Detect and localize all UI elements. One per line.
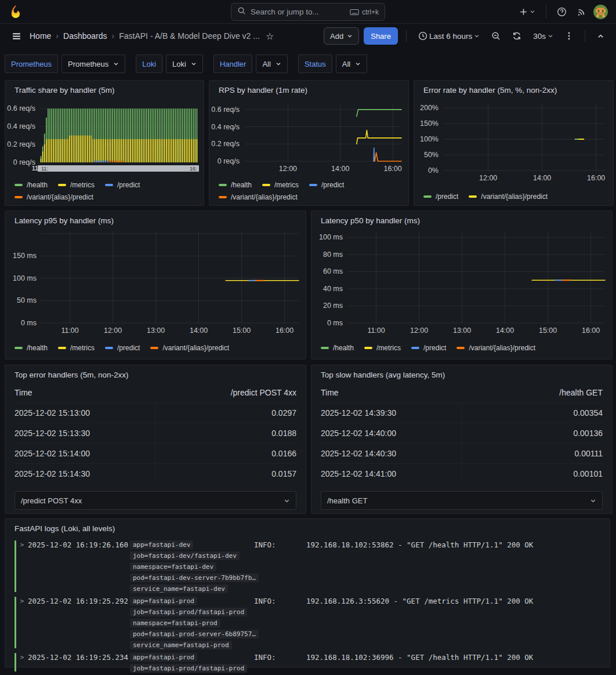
legend-item[interactable]: /predict — [309, 181, 344, 189]
legend-item[interactable]: /metrics — [262, 181, 299, 189]
clock-icon — [418, 31, 427, 41]
log-row: >2025-12-02 16:19:25.292app=fastapi-prod… — [15, 594, 600, 651]
refresh-interval-picker[interactable]: 30s — [530, 29, 557, 43]
table-cell-value: 0.00136 — [462, 423, 603, 443]
top-slow-table: Time/health GET2025-12-02 14:39:300.0035… — [321, 382, 603, 484]
legend-item[interactable]: /health — [321, 344, 354, 352]
mega-menu-button[interactable] — [8, 28, 25, 44]
favorite-star-icon[interactable]: ☆ — [266, 31, 274, 42]
rss-icon — [577, 7, 586, 16]
help-button[interactable] — [553, 4, 570, 20]
panel-title[interactable]: Traffic share by handler (5m) — [5, 81, 204, 96]
table-header-value[interactable]: /health GET — [462, 388, 603, 397]
legend-item[interactable]: /health — [15, 344, 48, 352]
table-header-time[interactable]: Time — [321, 388, 462, 397]
legend-swatch-icon — [105, 347, 113, 349]
legend-swatch-icon — [15, 196, 23, 198]
variable-label-status: Status — [298, 55, 332, 73]
svg-text:200%: 200% — [420, 104, 439, 112]
legend-item[interactable]: /health — [15, 181, 48, 189]
panel-error-rate: Error rate by handler (5m, %, non-2xx) 2… — [414, 80, 614, 206]
log-expand-icon[interactable]: > — [16, 541, 28, 549]
table-cell-time: 2025-12-02 14:40:00 — [321, 423, 462, 443]
error-rate-chart: 200%150%100%50%0%12:0014:0016:00 — [415, 96, 612, 189]
log-label-chip: namespace=fastapi-prod — [130, 619, 220, 627]
log-timestamp: 2025-12-02 16:19:26.160 — [28, 540, 130, 549]
legend-item[interactable]: /metrics — [58, 181, 95, 189]
svg-text:11:00: 11:00 — [61, 326, 78, 335]
log-row: >2025-12-02 16:19:25.234app=fastapi-prod… — [15, 651, 600, 674]
search-shortcut: ctrl+k — [350, 8, 379, 16]
panel-title[interactable]: FastAPI logs (Loki, all levels) — [5, 519, 610, 535]
variable-select-handler[interactable]: All — [256, 55, 287, 73]
legend-item[interactable]: /predict — [411, 344, 446, 352]
new-create-button[interactable] — [516, 5, 539, 19]
panel-title[interactable]: Latency p95 by handler (ms) — [5, 211, 306, 227]
legend-item[interactable]: /variant/{alias}/predict — [15, 193, 93, 201]
panel-title[interactable]: Error rate by handler (5m, %, non-2xx) — [414, 81, 613, 96]
table-row: 2025-12-02 15:14:300.0157 — [15, 463, 296, 484]
hamburger-icon — [12, 31, 21, 41]
breadcrumb-current-dashboard[interactable]: FastAPI - A/B & Model Deep Dive v2 ... — [119, 31, 260, 41]
chevron-up-icon — [597, 32, 604, 40]
breadcrumb-dashboards[interactable]: Dashboards — [63, 31, 107, 41]
panel-title[interactable]: Latency p50 by handler (ms) — [311, 211, 612, 227]
more-options-button[interactable] — [561, 28, 577, 43]
toolbar-divider — [406, 30, 407, 42]
breadcrumb-home[interactable]: Home — [30, 31, 51, 41]
panel-title[interactable]: Top slow handlers (avg latency, 5m) — [311, 365, 612, 381]
rps-chart: 0.6 req/s0.4 req/s0.2 req/s0 req/s12:001… — [211, 96, 407, 177]
legend-item[interactable]: /predict — [423, 193, 458, 201]
grafana-logo-icon[interactable] — [8, 4, 24, 20]
log-expand-icon[interactable]: > — [16, 654, 28, 661]
zoom-out-button[interactable] — [488, 28, 504, 43]
legend-item[interactable]: /variant/{alias}/predict — [219, 193, 298, 201]
chevron-down-icon — [191, 61, 197, 67]
search-input[interactable]: Search or jump to... ctrl+k — [231, 3, 385, 21]
legend-item[interactable]: /metrics — [58, 344, 95, 352]
legend-item[interactable]: /variant/{alias}/predict — [469, 193, 548, 201]
legend-item[interactable]: /predict — [105, 344, 140, 352]
refresh-button[interactable] — [509, 28, 525, 43]
question-circle-icon — [557, 7, 567, 17]
legend-item[interactable]: /health — [219, 181, 252, 189]
latency-p95-chart: 150 ms100 ms50 ms0 ms11:0012:0013:0014:0… — [6, 227, 305, 340]
svg-text:15:00: 15:00 — [539, 326, 557, 335]
series-select[interactable]: /health GET — [321, 491, 603, 510]
variable-select-prometheus[interactable]: Prometheus — [61, 55, 125, 73]
breadcrumb-separator-icon: › — [112, 31, 115, 41]
series-select[interactable]: /predict POST 4xx — [15, 491, 296, 510]
panel-title[interactable]: RPS by handler (1m rate) — [209, 81, 408, 96]
variable-select-status[interactable]: All — [336, 55, 367, 73]
svg-text:16:00: 16:00 — [587, 174, 605, 182]
table-row: 2025-12-02 14:40:300.00111 — [321, 443, 603, 463]
breadcrumb: Home › Dashboards › FastAPI - A/B & Mode… — [30, 31, 260, 41]
legend-item[interactable]: /metrics — [364, 344, 401, 352]
add-button[interactable]: Add — [324, 27, 359, 45]
log-label-chip: job=fastapi-prod/fastapi-prod — [130, 608, 247, 616]
panel-title[interactable]: Top error handlers (5m, non-2xx) — [5, 365, 306, 381]
variable-select-loki[interactable]: Loki — [166, 55, 203, 73]
share-button[interactable]: Share — [364, 27, 398, 45]
top-nav-right — [516, 4, 608, 20]
collapse-up-button[interactable] — [593, 30, 608, 43]
svg-text:80 ms: 80 ms — [323, 251, 343, 259]
legend-item[interactable]: /predict — [105, 181, 140, 189]
table-header-value[interactable]: /predict POST 4xx — [155, 388, 296, 397]
log-expand-icon[interactable]: > — [16, 597, 28, 605]
legend-item[interactable]: /variant/{alias}/predict — [456, 344, 535, 352]
legend-item[interactable]: /variant/{alias}/predict — [150, 344, 229, 352]
series-select-value: /predict POST 4xx — [21, 496, 284, 505]
time-range-picker[interactable]: Last 6 hours — [415, 28, 483, 43]
svg-text:0.4 req/s: 0.4 req/s — [211, 123, 240, 131]
table-header-time[interactable]: Time — [15, 388, 155, 397]
table-header: Time/predict POST 4xx — [15, 382, 296, 402]
svg-text:14:00: 14:00 — [331, 165, 349, 173]
user-avatar[interactable] — [593, 5, 608, 19]
table-row: 2025-12-02 15:13:300.0188 — [15, 423, 296, 443]
table-cell-time: 2025-12-02 14:39:30 — [321, 403, 462, 423]
table-row: 2025-12-02 14:40:000.00136 — [321, 423, 603, 443]
news-rss-button[interactable] — [574, 4, 590, 19]
table-row: 2025-12-02 14:39:300.00354 — [321, 402, 603, 423]
panel-fastapi-logs: FastAPI logs (Loki, all levels) >2025-12… — [5, 518, 610, 667]
